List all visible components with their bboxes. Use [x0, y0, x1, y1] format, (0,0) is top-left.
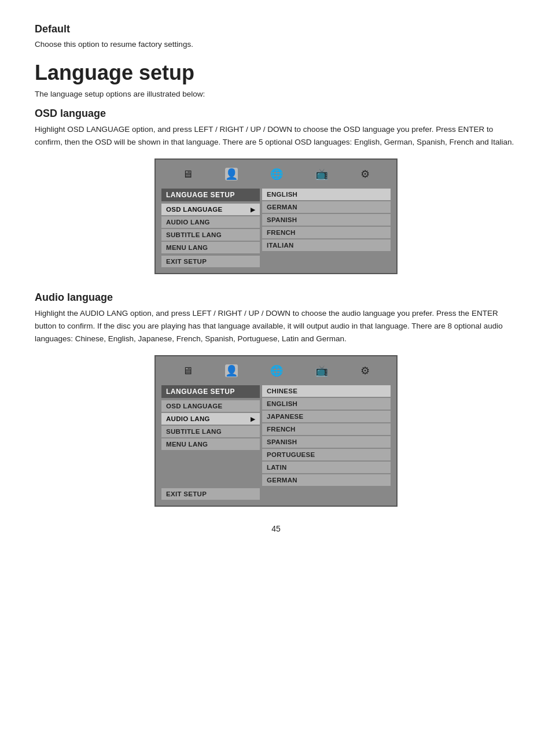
audio-option-japanese: JAPANESE — [262, 411, 391, 422]
audio-menu-item-subtitle: SUBTITLE LANG — [161, 426, 260, 437]
osd-option-german: GERMAN — [262, 201, 391, 213]
osd-menu-body: LANGUAGE SETUP OSD LANGUAGE ▶ AUDIO LANG… — [161, 189, 391, 253]
audio-menu-left: LANGUAGE SETUP OSD LANGUAGE AUDIO LANG ▶… — [161, 385, 260, 486]
osd-option-english: ENGLISH — [262, 189, 391, 200]
audio-language-title: Audio language — [35, 292, 517, 304]
audio-language-section: Audio language Highlight the AUDIO LANG … — [35, 292, 517, 507]
osd-option-spanish: SPANISH — [262, 214, 391, 226]
language-setup-section: Language setup The language setup option… — [35, 61, 517, 98]
audio-menu-item-menu: MENU LANG — [161, 438, 260, 450]
audio-exit-setup: EXIT SETUP — [161, 488, 260, 500]
osd-option-italian: ITALIAN — [262, 239, 391, 251]
page-number: 45 — [35, 524, 517, 533]
default-description: Choose this option to resume factory set… — [35, 39, 517, 50]
menu-icons-row: 🖥 👤 🌐 📺 ⚙ — [161, 165, 391, 183]
audio-option-latin: LATIN — [262, 462, 391, 473]
icon-monitor-2: 🖥 — [182, 365, 193, 377]
audio-menu-item-osd: OSD LANGUAGE — [161, 400, 260, 412]
audio-menu-item-audio: AUDIO LANG ▶ — [161, 413, 260, 425]
audio-option-chinese: CHINESE — [262, 385, 391, 397]
osd-menu-item-subtitle: SUBTITLE LANG — [161, 229, 260, 241]
audio-option-german: GERMAN — [262, 474, 391, 486]
audio-language-body: Highlight the AUDIO LANG option, and pre… — [35, 307, 517, 345]
osd-language-body: Highlight OSD LANGUAGE option, and press… — [35, 123, 517, 148]
icon-tv: 📺 — [315, 168, 328, 180]
icon-tv-2: 📺 — [315, 364, 328, 377]
icon-person-2: 👤 — [225, 364, 238, 377]
icon-settings-2: ⚙ — [360, 364, 370, 377]
osd-language-section: OSD language Highlight OSD LANGUAGE opti… — [35, 108, 517, 274]
osd-language-title: OSD language — [35, 108, 517, 120]
icon-settings: ⚙ — [360, 168, 370, 180]
audio-option-spanish: SPANISH — [262, 436, 391, 448]
default-section: Default Choose this option to resume fac… — [35, 23, 517, 50]
icon-monitor: 🖥 — [182, 168, 193, 180]
icon-globe-2: 🌐 — [270, 364, 283, 377]
osd-menu-item-osd: OSD LANGUAGE ▶ — [161, 204, 260, 215]
audio-menu-diagram: 🖥 👤 🌐 📺 ⚙ LANGUAGE SETUP OSD LANGUAGE AU… — [154, 355, 398, 507]
osd-menu-item-audio: AUDIO LANG — [161, 216, 260, 228]
audio-menu-header: LANGUAGE SETUP — [161, 385, 260, 398]
default-title: Default — [35, 23, 517, 35]
audio-arrow-icon: ▶ — [251, 416, 255, 422]
osd-menu-item-menu: MENU LANG — [161, 242, 260, 253]
page-title: Language setup — [35, 61, 517, 85]
osd-exit-setup: EXIT SETUP — [161, 256, 260, 267]
audio-option-french: FRENCH — [262, 423, 391, 435]
audio-menu-body: LANGUAGE SETUP OSD LANGUAGE AUDIO LANG ▶… — [161, 385, 391, 486]
arrow-icon: ▶ — [251, 206, 255, 213]
osd-menu-left: LANGUAGE SETUP OSD LANGUAGE ▶ AUDIO LANG… — [161, 189, 260, 253]
audio-option-english: ENGLISH — [262, 398, 391, 410]
audio-option-portuguese: PORTUGUESE — [262, 449, 391, 460]
language-setup-intro: The language setup options are illustrat… — [35, 90, 517, 98]
osd-menu-header: LANGUAGE SETUP — [161, 189, 260, 201]
icon-globe: 🌐 — [270, 168, 283, 180]
audio-menu-icons-row: 🖥 👤 🌐 📺 ⚙ — [161, 362, 391, 379]
icon-person: 👤 — [225, 168, 238, 180]
audio-menu-right: CHINESE ENGLISH JAPANESE FRENCH SPANISH … — [262, 385, 391, 486]
osd-option-french: FRENCH — [262, 227, 391, 238]
osd-menu-diagram: 🖥 👤 🌐 📺 ⚙ LANGUAGE SETUP OSD LANGUAGE ▶ … — [154, 158, 398, 274]
osd-menu-right: ENGLISH GERMAN SPANISH FRENCH ITALIAN — [262, 189, 391, 253]
